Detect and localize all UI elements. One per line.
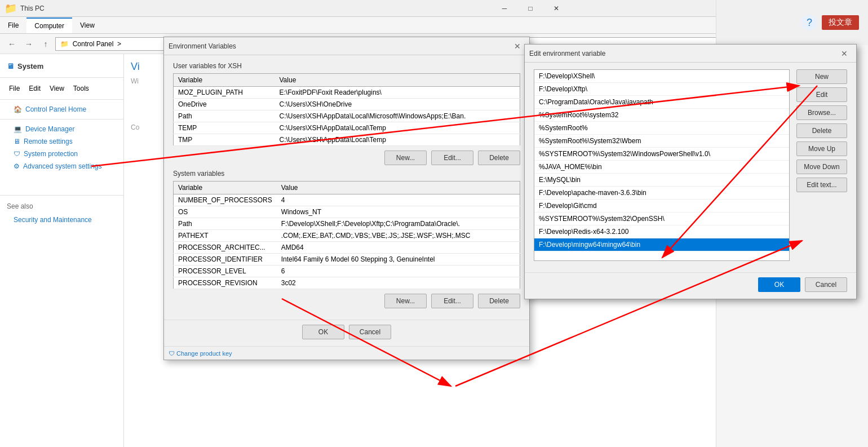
- list-item[interactable]: %SYSTEMROOT%\System32\WindowsPowerShell\…: [534, 148, 789, 161]
- env-dialog-title: Environment Variables: [169, 42, 236, 50]
- menu-tools[interactable]: Tools: [69, 82, 94, 95]
- table-row[interactable]: NUMBER_OF_PROCESSORS4: [174, 194, 520, 206]
- env-cancel-button[interactable]: Cancel: [349, 325, 391, 339]
- change-product-key[interactable]: 🛡 Change product key: [169, 350, 232, 357]
- var-value: C:\Users\XSH\AppData\Local\Microsoft\Win…: [275, 110, 520, 122]
- table-row[interactable]: PROCESSOR_REVISION3c02: [174, 277, 520, 289]
- path-move-down-button[interactable]: Move Down: [796, 160, 847, 174]
- sidebar-control-panel-home[interactable]: 🏠 Control Panel Home: [0, 103, 123, 116]
- sidebar-item-system-protection[interactable]: 🛡 System protection: [0, 148, 123, 160]
- path-edit-button[interactable]: Edit: [796, 87, 847, 102]
- sidebar-security-maintenance[interactable]: Security and Maintenance: [0, 214, 123, 226]
- window-controls: ─ □ ✕: [491, 0, 569, 17]
- var-name: TEMP: [174, 122, 275, 134]
- path-list-wrap: F:\Develop\XShell\F:\Develop\Xftp\C:\Pro…: [534, 69, 790, 265]
- table-row[interactable]: PathF:\Develop\XShell;F:\Develop\Xftp;C:…: [174, 218, 520, 230]
- sys-col-value: Value: [277, 182, 520, 194]
- close-button[interactable]: ✕: [543, 0, 569, 17]
- user-new-button[interactable]: New...: [384, 151, 427, 165]
- env-dialog-close-button[interactable]: ✕: [510, 39, 525, 54]
- table-row[interactable]: PATHEXT.COM;.EXE;.BAT;.CMD;.VBS;.VBE;.JS…: [174, 230, 520, 242]
- user-buttons: New... Edit... Delete: [173, 151, 520, 165]
- path-new-button[interactable]: New: [796, 69, 847, 84]
- env-statusbar: 🛡 Change product key: [164, 346, 529, 360]
- var-value: F:\Develop\XShell;F:\Develop\Xftp;C:\Pro…: [277, 218, 520, 230]
- list-item[interactable]: F:\Develop\XShell\: [534, 70, 789, 83]
- list-item[interactable]: F:\Develop\apache-maven-3.6.3\bin: [534, 187, 789, 200]
- var-name: TMP: [174, 134, 275, 146]
- var-name: PATHEXT: [174, 230, 277, 242]
- var-value: C:\Users\XSH\AppData\Local\Temp: [275, 122, 520, 134]
- help-icon[interactable]: ?: [801, 15, 817, 30]
- sys-new-button[interactable]: New...: [384, 294, 427, 308]
- maximize-button[interactable]: □: [517, 0, 543, 17]
- list-item[interactable]: F:\Develop\Redis-x64-3.2.100: [534, 225, 789, 238]
- sidebar-item-advanced-settings[interactable]: ⚙ Advanced system settings: [0, 160, 123, 172]
- list-item[interactable]: %JAVA_HOME%\bin: [534, 161, 789, 174]
- table-row[interactable]: OneDriveC:\Users\XSH\OneDrive: [174, 99, 520, 110]
- ribbon: File Computer View: [0, 17, 721, 34]
- tab-file[interactable]: File: [0, 18, 26, 33]
- system-section-label: System variables: [173, 170, 520, 178]
- list-item[interactable]: %SYSTEMROOT%\System32\OpenSSH\: [534, 213, 789, 225]
- edit-env-footer: OK Cancel: [525, 272, 856, 299]
- titlebar-title: This PC: [20, 5, 45, 12]
- list-item[interactable]: F:\Develop\Xftp\: [534, 83, 789, 96]
- table-row[interactable]: PathC:\Users\XSH\AppData\Local\Microsoft…: [174, 110, 520, 122]
- list-item[interactable]: %SystemRoot%\system32: [534, 109, 789, 122]
- path-delete-button[interactable]: Delete: [796, 123, 847, 138]
- tab-view[interactable]: View: [72, 18, 103, 33]
- list-item[interactable]: E:\MySQL\bin: [534, 174, 789, 187]
- sys-delete-button[interactable]: Delete: [478, 294, 520, 308]
- edit-env-ok-button[interactable]: OK: [758, 277, 800, 292]
- var-value: .COM;.EXE;.BAT;.CMD;.VBS;.VBE;.JS;.JSE;.…: [277, 230, 520, 242]
- list-item[interactable]: %SystemRoot%\System32\Wbem: [534, 135, 789, 148]
- shield-small-icon: 🛡: [169, 350, 175, 357]
- var-name: OS: [174, 206, 277, 218]
- sidebar-item-remote-settings[interactable]: 🖥 Remote settings: [0, 135, 123, 148]
- env-ok-button[interactable]: OK: [302, 325, 344, 339]
- tab-computer[interactable]: Computer: [26, 17, 72, 33]
- path-list[interactable]: F:\Develop\XShell\F:\Develop\Xftp\C:\Pro…: [534, 69, 790, 261]
- menu-edit[interactable]: Edit: [24, 82, 45, 95]
- file-explorer-titlebar: 📁 This PC ─ □ ✕: [0, 0, 721, 17]
- list-item[interactable]: F:\Develop\mingw64\mingw64\bin: [534, 238, 789, 251]
- table-row[interactable]: OSWindows_NT: [174, 206, 520, 218]
- table-row[interactable]: PROCESSOR_ARCHITEC...AMD64: [174, 242, 520, 254]
- edit-env-cancel-button[interactable]: Cancel: [805, 277, 847, 292]
- menu-view[interactable]: View: [45, 82, 69, 95]
- sys-edit-button[interactable]: Edit...: [431, 294, 473, 308]
- table-row[interactable]: PROCESSOR_LEVEL6: [174, 265, 520, 277]
- red-action-button[interactable]: 投文章: [822, 15, 859, 30]
- user-delete-button[interactable]: Delete: [478, 151, 520, 165]
- var-name: Path: [174, 110, 275, 122]
- table-row[interactable]: MOZ_PLUGIN_PATHE:\FoxitPDF\Foxit Reader\…: [174, 87, 520, 99]
- gear-icon: ⚙: [14, 162, 20, 170]
- back-button[interactable]: ←: [5, 37, 19, 51]
- var-value: C:\Users\XSH\OneDrive: [275, 99, 520, 110]
- path-browse-button[interactable]: Browse...: [796, 105, 847, 120]
- sidebar-item-device-manager[interactable]: 💻 Device Manager: [0, 123, 123, 135]
- computer-icon: 🖥: [7, 62, 14, 70]
- device-icon: 💻: [14, 125, 22, 133]
- minimize-button[interactable]: ─: [491, 0, 517, 17]
- list-item[interactable]: C:\ProgramData\Oracle\Java\javapath: [534, 96, 789, 109]
- edit-environment-variable-dialog: Edit environment variable ✕ F:\Develop\X…: [524, 44, 857, 299]
- user-section-label: User variables for XSH: [173, 62, 520, 70]
- table-row[interactable]: TEMPC:\Users\XSH\AppData\Local\Temp: [174, 122, 520, 134]
- forward-button[interactable]: →: [21, 37, 36, 51]
- user-edit-button[interactable]: Edit...: [431, 151, 473, 165]
- edit-env-close-button[interactable]: ✕: [837, 46, 852, 61]
- environment-variables-dialog: Environment Variables ✕ User variables f…: [163, 37, 530, 360]
- list-item[interactable]: F:\Develop\Git\cmd: [534, 200, 789, 213]
- up-button[interactable]: ↑: [38, 37, 53, 51]
- table-row[interactable]: TMPC:\Users\XSH\AppData\Local\Temp: [174, 134, 520, 146]
- list-item[interactable]: %SystemRoot%: [534, 122, 789, 135]
- system-buttons: New... Edit... Delete: [173, 294, 520, 308]
- address-content: 📁 Control Panel >: [60, 40, 121, 48]
- table-row[interactable]: PROCESSOR_IDENTIFIERIntel64 Family 6 Mod…: [174, 254, 520, 265]
- edit-env-dialog-titlebar: Edit environment variable ✕: [525, 45, 856, 63]
- menu-file[interactable]: File: [5, 82, 24, 95]
- path-edit-text-button[interactable]: Edit text...: [796, 178, 847, 192]
- path-move-up-button[interactable]: Move Up: [796, 141, 847, 156]
